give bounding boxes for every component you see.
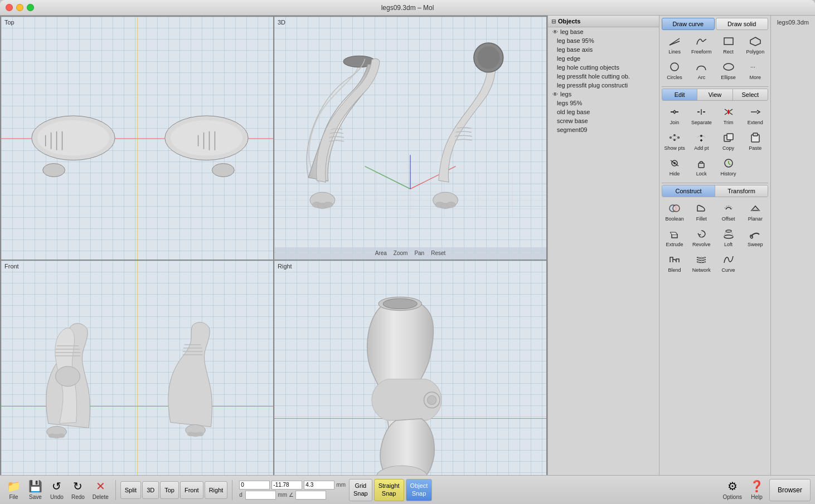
straight-snap-btn[interactable]: Straight Snap [374,479,404,501]
undo-button[interactable]: ↺ Undo [48,478,66,501]
view-top-btn[interactable]: Top [160,481,179,499]
object-screw-base[interactable]: screw base [548,116,659,125]
tool-hide[interactable]: Hide [662,154,687,179]
svg-point-92 [673,205,680,212]
window-controls [6,4,34,11]
z-coord-input[interactable] [304,481,334,490]
eye-icon-legs[interactable]: 👁 [552,91,558,97]
view-front-btn[interactable]: Front [180,481,203,499]
tool-curve[interactable]: Curve [716,251,741,275]
tab-select[interactable]: Select [733,89,768,100]
coord-unit-2: mm [278,492,287,498]
objects-header[interactable]: ⊟ Objects [548,16,659,27]
tool-boolean[interactable]: Boolean [662,199,687,224]
tool-planar[interactable]: Planar [743,199,768,224]
objects-list: 👁 leg base leg base 95% leg base axis le… [548,27,659,478]
tool-revolve[interactable]: Revolve [688,225,714,249]
tab-transform[interactable]: Transform [715,185,768,197]
svg-point-32 [323,202,332,208]
tool-join[interactable]: Join [662,103,687,128]
tool-loft[interactable]: Loft [716,225,741,249]
object-leg-hole[interactable]: leg hole cutting objects [548,63,659,72]
view-split-btn[interactable]: Split [120,481,141,499]
object-segment09[interactable]: segment09 [548,125,659,134]
tab-construct[interactable]: Construct [662,185,715,197]
tool-circles[interactable]: Circles [662,58,687,82]
object-leg-pressfit-plug[interactable]: leg pressfit plug constructi [548,81,659,90]
object-label: legs [560,91,571,97]
viewport-right[interactable]: Right [274,261,546,503]
lines-icon [667,35,682,48]
eye-icon-leg-base[interactable]: 👁 [552,29,558,35]
d-coord-input[interactable] [245,491,276,500]
tool-offset[interactable]: Offset [716,199,741,224]
tab-draw-solid[interactable]: Draw solid [716,18,769,30]
object-leg-edge[interactable]: leg edge [548,54,659,63]
grid-snap-btn[interactable]: Grid Snap [349,479,372,501]
y-coord-input[interactable] [271,481,302,490]
tool-blend[interactable]: Blend [662,251,687,275]
object-legs[interactable]: 👁 legs [548,90,659,99]
view-3d-btn[interactable]: 3D [142,481,159,499]
viewport-top[interactable]: Top [1,17,273,260]
tool-add-pt[interactable]: Add pt [688,129,714,153]
tab-draw-curve[interactable]: Draw curve [662,18,715,30]
tool-trim[interactable]: Trim [716,103,741,128]
x-coord-input[interactable] [239,481,270,490]
trim-icon [721,105,736,119]
tool-extrude[interactable]: Extrude [662,225,687,249]
tool-rect[interactable]: Rect [716,32,741,57]
tab-edit[interactable]: Edit [662,89,697,100]
tool-separate[interactable]: Separate [688,103,714,128]
object-leg-base-95[interactable]: leg base 95% [548,36,659,45]
tab-view[interactable]: View [697,89,732,100]
tool-paste[interactable]: Paste [743,129,768,153]
d-label: d [239,492,244,498]
object-label: leg base [560,28,584,35]
svg-point-96 [726,230,731,232]
revolve-icon [693,227,709,241]
view-right-btn[interactable]: Right [205,481,228,499]
tool-show-pts[interactable]: Show pts [662,129,687,153]
tool-copy[interactable]: Copy [716,129,741,153]
file-button[interactable]: 📁 File [4,478,23,501]
options-button[interactable]: ⚙ Options [721,478,744,501]
network-icon [693,253,709,266]
tool-polygon[interactable]: Polygon [743,32,768,57]
tool-lines[interactable]: Lines [662,32,687,57]
tool-network[interactable]: Network [688,251,714,275]
object-label: old leg base [557,109,590,115]
divider-1 [662,86,768,87]
object-legs-95[interactable]: legs 95% [548,99,659,107]
minimize-button[interactable] [16,4,23,11]
object-leg-pressfit-hole[interactable]: leg pressfit hole cutting ob. [548,72,659,81]
maximize-button[interactable] [27,4,34,11]
object-snap-btn[interactable]: Object Snap [406,479,433,501]
save-button[interactable]: 💾 Save [26,478,45,501]
object-leg-base[interactable]: 👁 leg base [548,27,659,36]
help-button[interactable]: ❓ Help [748,478,766,501]
tool-freeform[interactable]: Freeform [688,32,714,57]
status-divider-2 [232,480,232,500]
viewport-3d[interactable]: 3D [274,17,546,260]
object-old-leg-base[interactable]: old leg base [548,107,659,116]
boolean-icon [667,202,682,215]
svg-point-9 [212,164,234,177]
edit-tools-grid: Join Separate Trim [662,103,768,179]
object-leg-base-axis[interactable]: leg base axis [548,45,659,54]
tool-lock[interactable]: Lock [688,154,714,179]
tool-sweep[interactable]: Sweep [743,225,768,249]
tool-history[interactable]: History [716,154,741,179]
tool-extend[interactable]: Extend [743,103,768,128]
tool-ellipse[interactable]: Ellipse [716,58,741,82]
tool-more[interactable]: ··· More [743,58,768,82]
viewport-front[interactable]: Front [1,261,273,503]
delete-button[interactable]: ✕ Delete [90,478,111,501]
tool-fillet[interactable]: Fillet [688,199,714,224]
tool-arc[interactable]: Arc [688,58,714,82]
redo-button[interactable]: ↻ Redo [69,478,87,501]
browser-button[interactable]: Browser [769,479,811,501]
angle-coord-input[interactable] [295,491,326,500]
blend-icon [667,253,682,266]
close-button[interactable] [6,4,13,11]
